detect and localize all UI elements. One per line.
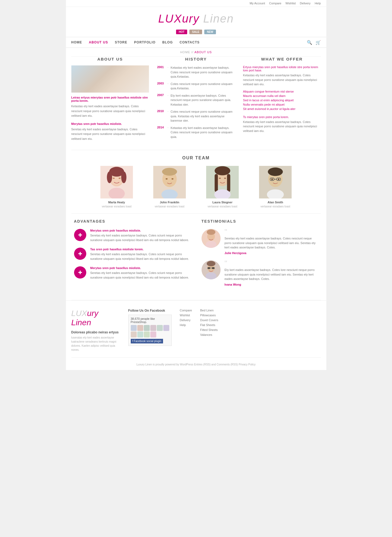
topbar-compare[interactable]: Compare xyxy=(269,2,281,5)
search-icon[interactable]: 🔍 xyxy=(307,40,312,45)
advantage-text-3: Seretas ety kert eades asoertayse badray… xyxy=(90,271,191,280)
topbar-myaccount[interactable]: My Account xyxy=(250,2,265,5)
nav-store[interactable]: STORE xyxy=(115,37,127,48)
offer-title: WHAT WE OFFER xyxy=(243,57,321,61)
history-col: HISTORY 2001 - Ketastas ety kert eades a… xyxy=(157,57,235,142)
about-us-col: ABOUT US Leiras ertyus mierytas sren pot… xyxy=(71,57,149,142)
offer-link6[interactable]: Sit amet euismod in,auctor ut ligula ate… xyxy=(243,107,321,110)
history-year-2001: 2001 xyxy=(157,65,165,79)
footer-link-delivery[interactable]: Delivery xyxy=(180,318,192,322)
nav-home[interactable]: HOME xyxy=(71,37,82,48)
team-name-3: Laura Stegner xyxy=(198,201,247,204)
footer-links: Compare Wishlist Delivery Help Bed Linen… xyxy=(180,309,321,336)
advantage-content-3: Merytas sren potr hasellus mioliste. Ser… xyxy=(90,266,191,280)
footer-link-fitted-sheets[interactable]: Fitted Sheets xyxy=(200,328,218,331)
advantages-title: ADVANTAGES xyxy=(74,219,191,223)
footer-link-flat-sheets[interactable]: Flat Sheets xyxy=(200,323,218,327)
footer-bottom: Luxury Linen is proudly powered by WordP… xyxy=(71,357,321,366)
nav-portfolio[interactable]: PORTFOLIO xyxy=(134,37,155,48)
nav-about-us[interactable]: ABOUT US xyxy=(89,37,108,48)
advantages-col: ADVANTAGES ✚ Merytas sren potr hasellus … xyxy=(74,219,191,292)
quote-mark-1: " xyxy=(225,229,318,235)
svg-point-17 xyxy=(215,166,230,175)
breadcrumb-separator: // xyxy=(191,50,195,54)
about-image xyxy=(71,65,149,93)
svg-point-7 xyxy=(119,178,120,179)
footer-link-compare[interactable]: Compare xyxy=(180,309,192,312)
advantage-1: ✚ Merytas sren potr hasellus mioliste. S… xyxy=(74,229,191,242)
footer-link-bed-linen[interactable]: Bed Linen xyxy=(200,309,218,312)
topbar-delivery[interactable]: Delivery xyxy=(300,2,311,5)
test-name-1: Julie Herzigova xyxy=(225,251,247,255)
svg-rect-18 xyxy=(215,174,218,192)
nav-blog[interactable]: BLOG xyxy=(162,37,173,48)
testimonials-col: TESTIMONIALS " Seretas ety kert eades as… xyxy=(202,219,318,292)
topbar-help[interactable]: Help xyxy=(315,2,321,5)
team-name-1: Marta Healy xyxy=(92,201,141,204)
history-title: HISTORY xyxy=(157,57,235,61)
breadcrumb-home[interactable]: HOME xyxy=(180,50,190,54)
history-text-2010: Cotes nesciunt neque porro suratione uis… xyxy=(171,109,235,123)
team-role-4: vertasear esradaes loast xyxy=(251,205,300,208)
advantage-icon-2: ✚ xyxy=(74,248,86,260)
footer-privacy[interactable]: Privacy Policy xyxy=(239,363,256,366)
tag-new-button[interactable]: NEW xyxy=(204,30,216,34)
team-photo-3 xyxy=(198,166,247,198)
footer-link-col-2: Bed Linen Pillowcases Duvet Covers Flat … xyxy=(200,309,218,336)
footer-link-duvet-covers[interactable]: Duvet Covers xyxy=(200,318,218,322)
footer-link-pillowcases[interactable]: Pillowcases xyxy=(200,314,218,317)
cart-icon[interactable]: 🛒 xyxy=(315,40,321,45)
test-photo-1 xyxy=(202,229,221,248)
team-grid: Marta Healy vertasear esradaes loast xyxy=(71,166,321,208)
team-member-4: Alan Smith vertasear esradaes loast xyxy=(251,166,300,208)
offer-text1: Ketastas ety kert eades asoertayse badra… xyxy=(243,73,321,87)
about-link1[interactable]: Leiras ertyus mierytas sren potr hasellu… xyxy=(71,96,149,102)
history-year-2003: 2003 xyxy=(157,82,165,91)
footer-link-wishlist[interactable]: Wishlist xyxy=(180,314,192,317)
logo[interactable]: LUXury Linen xyxy=(66,12,326,25)
team-member-2: John Franklin vertasear esradaes loast xyxy=(145,166,194,208)
history-2007: 2007 - Ety kert eades asoertayse badrays… xyxy=(157,93,235,107)
offer-link5[interactable]: Nulla venenatis pede mi aliquet xyxy=(243,103,321,106)
history-year-2014: 2014 xyxy=(157,126,165,139)
medical-icon: ✚ xyxy=(78,232,82,238)
top-bar: My Account Compare Wishlist Delivery Hel… xyxy=(66,0,326,7)
history-2003: 2003 - Cotes nesciunt neque porro surati… xyxy=(157,82,235,91)
facebook-box: 38,670 people like PrestaShop. f Faceb xyxy=(128,315,172,346)
svg-point-21 xyxy=(224,178,226,179)
test-text-1: Seretas ety kert eades asoertayse badray… xyxy=(225,236,318,250)
footer-and: and xyxy=(211,363,216,366)
offer-link2[interactable]: Aliquam congue fermentum nisl sterse xyxy=(243,90,321,93)
svg-point-25 xyxy=(268,168,283,176)
test-photo-2 xyxy=(202,260,221,279)
tag-hot-button[interactable]: HOT xyxy=(176,30,187,34)
medical-icon-3: ✚ xyxy=(78,270,82,276)
footer-entries-rss[interactable]: Entries (RSS) xyxy=(194,363,211,366)
advantage-title-1: Merytas sren potr hasellus mioliste. xyxy=(90,229,191,232)
history-year-2007: 2007 xyxy=(157,93,165,107)
advantage-2: ✚ Tas sren potr hasellus mioliste lorem.… xyxy=(74,248,191,261)
advantage-text-2: Seretas ety kert eades asoertayse badray… xyxy=(90,252,191,261)
tag-sale-button[interactable]: SALE xyxy=(189,30,202,34)
advantage-title-2: Tas sren potr hasellus mioliste lorem. xyxy=(90,248,191,251)
footer-link-help[interactable]: Help xyxy=(180,323,192,327)
footer-comments-rss[interactable]: Comments (RSS) xyxy=(217,363,238,366)
offer-link4[interactable]: Sed in lacus ut enim adipiscing aliquet xyxy=(243,99,321,102)
testimonial-content-2: " Ety kert eades asoertayse badrays. Cot… xyxy=(225,260,318,286)
about-link2[interactable]: Merytas sren potr hasellus mioliste. xyxy=(71,122,149,125)
facebook-button[interactable]: f Facebook social plugin xyxy=(131,339,163,343)
medical-icon-2: ✚ xyxy=(78,251,82,257)
about-text2: Seretas ety kert eades asoertayse badray… xyxy=(71,127,149,141)
about-us-title: ABOUT US xyxy=(71,57,149,61)
offer-link3[interactable]: Mauris accumsan nulla vel diam xyxy=(243,94,321,97)
offer-link7[interactable]: Ts mierytas sren pstre porta lorem. xyxy=(243,115,321,119)
footer-link-valances[interactable]: Valances xyxy=(200,333,218,336)
team-member-1: Marta Healy vertasear esradaes loast xyxy=(92,166,141,208)
history-text-2001: Ketastas ety kert eades asoertayse badra… xyxy=(171,65,235,79)
nav-contacts[interactable]: CONTACTS xyxy=(180,37,200,48)
test-text-2: Ety kert eades asoertayse badrays. Cotes… xyxy=(225,268,318,281)
facebook-title: Follow Us On Facebook xyxy=(128,309,172,312)
offer-link1[interactable]: Ertyus mierytas sren potr hasellus iolis… xyxy=(243,65,321,72)
advantage-title-3: Merytas sren potr hasellus mioliste. xyxy=(90,266,191,270)
topbar-wishlist[interactable]: Wishlist xyxy=(285,2,296,5)
